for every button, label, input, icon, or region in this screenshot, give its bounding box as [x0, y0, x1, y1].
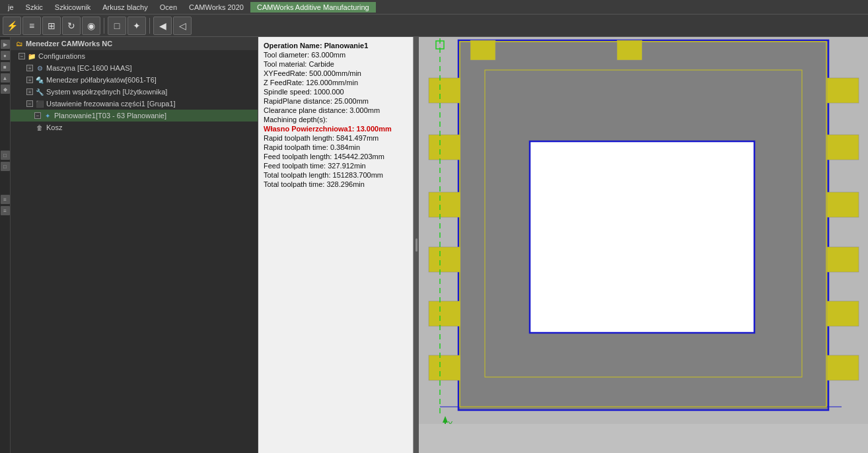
tree-planowanie[interactable]: − ✦ Planowanie1[T03 - 63 Planowanie] — [11, 110, 258, 122]
tab-left-4 — [429, 247, 460, 272]
icon-kosz: 🗑 — [35, 123, 44, 132]
toolbar-sep-2 — [149, 18, 150, 34]
icon-maszyna: ⚙ — [35, 63, 44, 73]
tab-right-3 — [827, 192, 859, 217]
label-planowanie: Planowanie1[T03 - 63 Planowanie] — [54, 112, 166, 120]
tree-title: 🗂 Menedzer CAMWorks NC — [11, 37, 258, 50]
3d-viewport[interactable]: 🔍 ⊕ ✏ □ ◧ ⬛ ◉ ◔ ◑ ⬡ ↩ 🖥 — [419, 37, 868, 453]
info-rapid-plane: RapidPlane distance: 25.000mm — [264, 96, 408, 106]
left-icon-4[interactable]: ▲ — [1, 73, 10, 83]
tab-right-6 — [827, 355, 859, 380]
label-configurations: Configurations — [38, 52, 85, 60]
panel-splitter[interactable] — [414, 37, 419, 453]
info-total-time: Total toolpath time: 328.296min — [264, 180, 408, 189]
tab-right-2 — [827, 135, 859, 160]
menu-item-ocen[interactable]: Ocen — [155, 2, 182, 13]
toolbar-btn-left[interactable]: ◀ — [153, 17, 172, 35]
toolbar-btn-star[interactable]: ✦ — [127, 17, 146, 35]
info-xy-feedrate: XYFeedRate: 500.000mm/min — [264, 69, 408, 78]
tab-left-5 — [429, 301, 460, 326]
info-panel: Operation Name: Planowanie1 Tool diamete… — [258, 37, 414, 453]
icon-polfabrykaty: 🔩 — [35, 75, 44, 85]
menu-bar: je Szkic Szkicownik Arkusz blachy Ocen C… — [0, 0, 868, 15]
tree-ustawienie[interactable]: − ⬛ Ustawienie frezowania części1 [Grupa… — [11, 98, 258, 110]
cad-drawing: Y X Z — [419, 37, 868, 424]
info-clearance-plane: Clearance plane distance: 3.000mm — [264, 106, 408, 115]
toolbar-btn-lightning[interactable]: ⚡ — [3, 17, 21, 35]
expand-polfabrykaty[interactable]: + — [26, 77, 33, 83]
info-wlasno: Własno Powierzchniowa1: 13.000mm — [264, 124, 408, 133]
label-maszyna: Maszyna [EC-1600 HAAS] — [46, 64, 132, 72]
left-icon-7[interactable]: □ — [1, 162, 10, 171]
left-icon-1[interactable]: ▶ — [1, 40, 10, 49]
tree-title-icon: 🗂 — [15, 39, 24, 48]
info-operation-name: Operation Name: Planowanie1 — [264, 41, 408, 50]
tree-polfabrykaty[interactable]: + 🔩 Menedzer półfabrykatów[6061-T6] — [11, 74, 258, 86]
info-rapid-time: Rapid toolpath time: 0.384min — [264, 143, 408, 152]
tab-top-2 — [617, 40, 642, 60]
expand-system[interactable]: + — [26, 88, 33, 95]
tab-left-3 — [429, 192, 460, 217]
toolbar-sep-1 — [104, 18, 104, 34]
toolbar-btn-back[interactable]: ◁ — [173, 17, 192, 35]
axis-y-label: Y — [448, 420, 453, 424]
left-icon-6[interactable]: □ — [1, 151, 10, 160]
tab-left-2 — [429, 135, 460, 160]
main-layout: ▶ ● ■ ▲ ◆ □ □ ≡ ≡ 🗂 Menedzer CAMWorks NC… — [0, 37, 868, 453]
tree-system-wspolrzednych[interactable]: + 🔧 System współrzędnych [Użytkownika] — [11, 86, 258, 98]
info-feed-time: Feed toolpath time: 327.912min — [264, 161, 408, 170]
icon-system: 🔧 — [35, 87, 44, 96]
main-toolbar: ⚡ ≡ ⊞ ↻ ◉ □ ✦ ◀ ◁ — [0, 15, 868, 37]
menu-item-camworks2020[interactable]: CAMWorks 2020 — [184, 2, 249, 13]
info-spindle-speed: Spindle speed: 1000.000 — [264, 87, 408, 96]
info-feed-length: Feed toolpath length: 145442.203mm — [264, 152, 408, 161]
info-z-feedrate: Z FeedRate: 126.000mm/min — [264, 78, 408, 87]
expand-maszyna[interactable]: + — [26, 65, 33, 71]
left-icon-9[interactable]: ≡ — [1, 206, 10, 215]
expand-configurations[interactable]: − — [18, 53, 25, 59]
tab-top-1 — [470, 40, 495, 60]
toolbar-btn-grid[interactable]: ⊞ — [42, 17, 61, 35]
toolbar-btn-circle[interactable]: ◉ — [82, 17, 100, 35]
label-kosz: Kosz — [46, 123, 62, 131]
tab-left-1 — [429, 78, 460, 103]
left-icon-3[interactable]: ■ — [1, 62, 10, 71]
menu-item-camworks-additive[interactable]: CAMWorks Additive Manufacturing — [250, 2, 376, 13]
label-system: System współrzędnych [Użytkownika] — [46, 88, 167, 96]
tree-title-label: Menedzer CAMWorks NC — [26, 40, 112, 48]
tab-right-5 — [827, 301, 859, 326]
expand-planowanie[interactable]: − — [34, 112, 41, 119]
info-rapid-length: Rapid toolpath length: 5841.497mm — [264, 133, 408, 143]
info-tool-diameter: Tool diameter: 63.000mm — [264, 50, 408, 59]
inner-white-rect — [530, 141, 754, 333]
left-icon-5[interactable]: ◆ — [1, 85, 10, 94]
menu-item-arkusz[interactable]: Arkusz blachy — [97, 2, 153, 13]
icon-planowanie: ✦ — [43, 111, 52, 120]
menu-item-je[interactable]: je — [3, 2, 19, 13]
tab-right-1 — [827, 78, 859, 103]
tab-right-4 — [827, 247, 859, 272]
left-icon-2[interactable]: ● — [1, 51, 10, 60]
menu-item-szkicownik[interactable]: Szkicownik — [50, 2, 96, 13]
info-tool-material: Tool material: Carbide — [264, 59, 408, 69]
icon-configurations: 📁 — [27, 52, 36, 61]
toolbar-btn-rotate[interactable]: ↻ — [62, 17, 81, 35]
left-icon-8[interactable]: ≡ — [1, 195, 10, 204]
toolbar-btn-list[interactable]: ≡ — [22, 17, 41, 35]
label-polfabrykaty: Menedzer półfabrykatów[6061-T6] — [46, 76, 157, 84]
tree-kosz[interactable]: 🗑 Kosz — [11, 122, 258, 133]
label-ustawienie: Ustawienie frezowania części1 [Grupa1] — [46, 100, 176, 108]
menu-item-szkic[interactable]: Szkic — [20, 2, 48, 13]
tree-maszyna[interactable]: + ⚙ Maszyna [EC-1600 HAAS] — [11, 62, 258, 74]
toolbar-btn-square[interactable]: □ — [108, 17, 126, 35]
tree-configurations[interactable]: − 📁 Configurations — [11, 50, 258, 62]
left-sidebar-icons: ▶ ● ■ ▲ ◆ □ □ ≡ ≡ — [0, 37, 11, 453]
tree-panel: 🗂 Menedzer CAMWorks NC − 📁 Configuration… — [11, 37, 258, 453]
icon-ustawienie: ⬛ — [35, 99, 44, 108]
splitter-handle — [416, 238, 417, 252]
expand-ustawienie[interactable]: − — [26, 100, 33, 107]
tab-left-6 — [429, 355, 460, 380]
info-total-length: Total toolpath length: 151283.700mm — [264, 170, 408, 180]
info-machining-depth: Machining depth(s): — [264, 115, 408, 124]
